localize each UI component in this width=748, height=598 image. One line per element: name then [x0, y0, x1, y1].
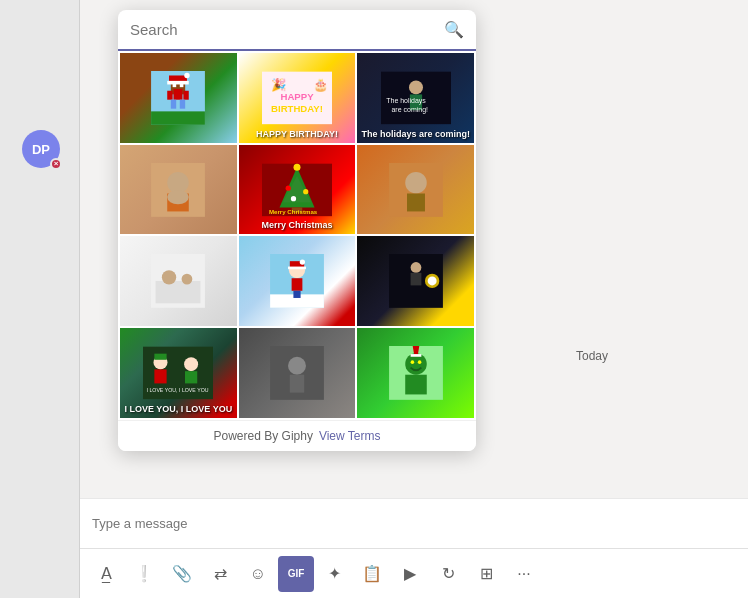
svg-point-30: [293, 163, 300, 170]
toolbar-attach-button[interactable]: 📎: [164, 556, 200, 592]
gif-label-elf: I LOVE YOU, I LOVE YOU: [124, 404, 233, 414]
sidebar-strip: [0, 0, 80, 598]
svg-rect-70: [410, 354, 421, 357]
svg-point-26: [168, 190, 190, 204]
svg-point-31: [286, 185, 291, 190]
gif-picker-popup: 🔍 HAPPY BIRTHDAY! 🎉 🎂 HAPPY BIRTHDAY!: [118, 10, 476, 451]
svg-rect-49: [292, 279, 303, 292]
toolbar-loop-button[interactable]: ↻: [430, 556, 466, 592]
svg-rect-54: [410, 273, 421, 286]
svg-point-48: [300, 260, 305, 265]
toolbar-more-button[interactable]: ···: [506, 556, 542, 592]
svg-point-61: [184, 357, 198, 371]
gif-cell-scary[interactable]: [239, 328, 356, 418]
svg-text:The holidays: The holidays: [386, 97, 426, 105]
svg-rect-7: [184, 91, 189, 100]
toolbar-apps-button[interactable]: ⊞: [468, 556, 504, 592]
svg-point-37: [405, 172, 427, 194]
gif-cell-birthday[interactable]: HAPPY BIRTHDAY! 🎉 🎂 HAPPY BIRTHDAY!: [239, 53, 356, 143]
gif-cell-funny1[interactable]: [120, 145, 237, 235]
svg-point-12: [185, 73, 190, 78]
avatar[interactable]: DP: [22, 130, 60, 168]
gif-cell-santa[interactable]: [239, 236, 356, 326]
svg-text:HAPPY: HAPPY: [280, 91, 314, 102]
toolbar-audio-button[interactable]: ❕: [126, 556, 162, 592]
view-terms-link[interactable]: View Terms: [319, 429, 381, 443]
toolbar-gif-button[interactable]: GIF: [278, 556, 314, 592]
search-icon[interactable]: 🔍: [444, 20, 464, 39]
svg-point-71: [410, 361, 414, 365]
svg-point-32: [303, 189, 308, 194]
svg-point-72: [417, 361, 421, 365]
toolbar-schedule-button[interactable]: 📋: [354, 556, 390, 592]
svg-point-33: [291, 196, 296, 201]
svg-rect-62: [185, 371, 197, 383]
svg-point-56: [427, 277, 436, 286]
svg-rect-73: [405, 375, 427, 395]
svg-rect-9: [180, 100, 185, 109]
gif-label-christmas: Merry Christmas: [243, 220, 352, 230]
avatar-initials: DP: [32, 142, 50, 157]
svg-text:are coming!: are coming!: [391, 106, 428, 114]
svg-point-19: [409, 80, 423, 94]
svg-rect-40: [156, 281, 201, 303]
svg-point-41: [162, 271, 176, 285]
gif-label-holidays: The holidays are coming!: [361, 129, 470, 139]
svg-rect-60: [155, 370, 167, 384]
toolbar-emoji-button[interactable]: ☺: [240, 556, 276, 592]
svg-rect-6: [168, 91, 173, 100]
gif-cell-holidays[interactable]: The holidays are coming! The holidays ar…: [357, 53, 474, 143]
svg-text:🎉: 🎉: [271, 77, 287, 93]
svg-point-42: [182, 274, 193, 285]
gif-cell-minecraft[interactable]: [120, 53, 237, 143]
gif-search-bar: 🔍: [118, 10, 476, 51]
svg-rect-59: [155, 354, 167, 360]
toolbar-send-button[interactable]: ▶: [392, 556, 428, 592]
today-label: Today: [576, 349, 608, 363]
svg-text:Merry Christmas: Merry Christmas: [269, 208, 318, 215]
gif-label-birthday: HAPPY BIRTHDAY!: [243, 129, 352, 139]
svg-text:BIRTHDAY!: BIRTHDAY!: [271, 103, 323, 114]
gif-cell-night[interactable]: [357, 236, 474, 326]
svg-text:🎂: 🎂: [313, 77, 329, 93]
toolbar-format-button[interactable]: A̲: [88, 556, 124, 592]
svg-rect-47: [288, 267, 306, 270]
gif-cell-christmas[interactable]: Merry Christmas Merry Christmas: [239, 145, 356, 235]
gif-cell-elf[interactable]: I LOVE YOU, I LOVE YOU I LOVE YOU, I LOV…: [120, 328, 237, 418]
gif-cell-reaction[interactable]: [357, 145, 474, 235]
gif-grid: HAPPY BIRTHDAY! 🎉 🎂 HAPPY BIRTHDAY! The …: [118, 51, 476, 420]
svg-point-53: [410, 262, 421, 273]
gif-picker-footer: Powered By Giphy View Terms: [118, 420, 476, 451]
svg-rect-5: [174, 89, 183, 100]
svg-point-65: [288, 357, 306, 375]
chat-input-area: [80, 498, 748, 548]
svg-rect-50: [293, 291, 297, 298]
toolbar: A̲❕📎⇄☺GIF✦📋▶↻⊞···: [80, 548, 748, 598]
gif-search-input[interactable]: [130, 21, 436, 38]
svg-text:I LOVE YOU, I LOVE YOU: I LOVE YOU, I LOVE YOU: [147, 387, 209, 393]
toolbar-sticker-button[interactable]: ✦: [316, 556, 352, 592]
svg-rect-66: [290, 375, 304, 393]
gif-cell-kids[interactable]: [120, 236, 237, 326]
toolbar-translate-button[interactable]: ⇄: [202, 556, 238, 592]
svg-rect-1: [151, 111, 205, 124]
svg-rect-8: [171, 100, 176, 109]
powered-by-text: Powered By Giphy: [214, 429, 313, 443]
chat-input[interactable]: [92, 516, 736, 531]
avatar-status-badge: [50, 158, 62, 170]
svg-rect-51: [297, 291, 301, 298]
svg-rect-11: [168, 81, 190, 85]
gif-cell-grinch[interactable]: [357, 328, 474, 418]
svg-rect-38: [407, 193, 425, 211]
